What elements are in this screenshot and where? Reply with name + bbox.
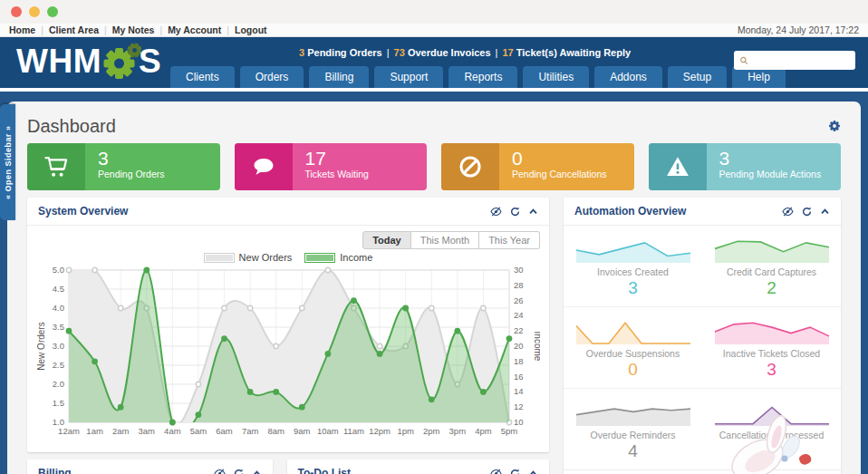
svg-text:24: 24: [514, 310, 524, 320]
automation-stat-label: Overdue Suspensions: [571, 348, 695, 359]
automation-stat-value: 3: [571, 278, 695, 298]
svg-text:12am: 12am: [58, 426, 80, 436]
collapse-panel-chevron-up-icon[interactable]: [820, 207, 830, 217]
stat-value: 17: [305, 149, 369, 169]
svg-text:4.5: 4.5: [53, 284, 64, 294]
automation-stats-grid: Invoices Created 3 Credit Card Captures …: [564, 226, 841, 469]
topbar-link-my-account[interactable]: My Account: [168, 24, 221, 35]
stat-card-pending-module-actions[interactable]: 3 Pending Module Actions: [649, 143, 842, 190]
overdue-suspensions-sparkline: [574, 314, 693, 345]
stat-card-pending-orders[interactable]: 3 Pending Orders: [27, 143, 220, 190]
billing-panel: Billing: [27, 459, 273, 474]
todo-list-panel: To-Do List: [287, 459, 549, 474]
svg-text:2.0: 2.0: [53, 379, 64, 389]
alert-overdue-invoices[interactable]: 73 Overdue Invoices: [394, 47, 491, 58]
topbar-link-client-area[interactable]: Client Area: [49, 24, 99, 35]
panel-title: To-Do List: [298, 467, 351, 474]
logo-text-prefix: WHM: [16, 43, 101, 81]
automation-stat-value: 2: [709, 278, 834, 298]
stat-cards-row: 3 Pending Orders 17 Tickets Waiting: [27, 143, 841, 190]
svg-text:22: 22: [514, 325, 524, 335]
warning-triangle-icon: [664, 154, 691, 179]
svg-text:12pm: 12pm: [369, 426, 391, 436]
svg-text:28: 28: [514, 280, 524, 290]
automation-stat-label: Cancellations Processed: [709, 430, 834, 440]
collapse-panel-chevron-up-icon[interactable]: [528, 207, 538, 217]
nav-tab-utilities[interactable]: Utilities: [523, 66, 589, 88]
range-button-this-month[interactable]: This Month: [411, 231, 479, 249]
automation-stat-invoices-created: Invoices Created 3: [564, 226, 702, 307]
svg-text:1am: 1am: [86, 426, 103, 436]
topbar-link-my-notes[interactable]: My Notes: [112, 24, 155, 35]
alert-pending-orders[interactable]: 3 Pending Orders: [299, 47, 382, 58]
automation-stat-credit-card-captures: Credit Card Captures 2: [702, 226, 841, 307]
system-overview-chart: 1.01.52.02.53.03.54.04.55.01012141618202…: [36, 265, 540, 444]
hide-panel-eye-slash-icon[interactable]: [490, 207, 502, 217]
nav-tab-clients[interactable]: Clients: [170, 66, 235, 88]
automation-stat-value: 3: [709, 360, 834, 380]
inactive-tickets-closed-sparkline: [712, 314, 832, 345]
notification-bar: 3 Pending Orders|73 Overdue Invoices|17 …: [299, 47, 631, 58]
dashboard-content: Dashboard: [7, 102, 861, 474]
nav-tab-reports[interactable]: Reports: [448, 66, 517, 88]
range-button-this-year[interactable]: This Year: [479, 231, 540, 249]
dashboard-settings-gear-icon[interactable]: [828, 120, 841, 132]
svg-text:1.5: 1.5: [53, 398, 64, 408]
window-minimize-button[interactable]: [29, 6, 40, 17]
refresh-panel-icon[interactable]: [510, 207, 520, 217]
open-sidebar-tab[interactable]: « Open Sidebar »: [0, 104, 15, 220]
invoices-created-sparkline: [574, 233, 693, 264]
page-background: « Open Sidebar » Dashboard: [0, 92, 868, 474]
svg-text:8am: 8am: [267, 426, 285, 436]
stat-card-tickets-waiting[interactable]: 17 Tickets Waiting: [235, 143, 428, 190]
svg-text:New Orders: New Orders: [36, 322, 46, 370]
svg-text:10am: 10am: [317, 426, 339, 436]
window-zoom-button[interactable]: [47, 6, 58, 17]
svg-text:Income: Income: [533, 332, 540, 362]
collapse-panel-chevron-up-icon[interactable]: [252, 469, 262, 474]
search-icon: [739, 55, 749, 66]
stat-card-pending-cancellations[interactable]: 0 Pending Cancellations: [441, 143, 634, 190]
nav-tab-support[interactable]: Support: [374, 66, 443, 88]
automation-stat-label: Credit Card Captures: [709, 266, 834, 277]
svg-text:30: 30: [514, 265, 524, 275]
ban-icon: [458, 154, 483, 179]
panel-title: Automation Overview: [574, 205, 686, 218]
panel-title: Billing: [38, 467, 72, 474]
alert-tickets-awaiting-reply[interactable]: 17 Ticket(s) Awaiting Reply: [502, 47, 631, 58]
nav-tab-orders[interactable]: Orders: [240, 66, 304, 88]
refresh-panel-icon[interactable]: [510, 469, 520, 474]
automation-overview-panel: Automation Overview Invoices Created: [564, 198, 841, 474]
hide-panel-eye-slash-icon[interactable]: [782, 207, 794, 217]
separator: |: [387, 47, 390, 58]
svg-text:11am: 11am: [343, 426, 364, 436]
topbar-link-logout[interactable]: Logout: [235, 24, 267, 35]
svg-text:2am: 2am: [112, 426, 130, 436]
refresh-panel-icon[interactable]: [802, 207, 812, 217]
svg-text:2.5: 2.5: [53, 360, 64, 370]
hide-panel-eye-slash-icon[interactable]: [214, 469, 226, 474]
hide-panel-eye-slash-icon[interactable]: [490, 469, 502, 474]
svg-text:5am: 5am: [190, 426, 207, 436]
collapse-panel-chevron-up-icon[interactable]: [528, 469, 538, 474]
range-button-today[interactable]: Today: [362, 231, 411, 249]
whmcs-admin-window: Home | Client Area | My Notes | My Accou…: [0, 0, 868, 474]
svg-text:3.5: 3.5: [53, 322, 64, 332]
separator: |: [159, 24, 162, 35]
nav-tab-addons[interactable]: Addons: [594, 66, 662, 88]
whmcs-logo[interactable]: WHM S: [16, 43, 161, 81]
refresh-panel-icon[interactable]: [234, 469, 244, 474]
search-input[interactable]: [753, 55, 850, 66]
automation-stat-value: 0: [709, 441, 834, 461]
svg-text:18: 18: [514, 356, 524, 366]
stat-label: Pending Orders: [98, 169, 165, 179]
window-close-button[interactable]: [11, 6, 22, 17]
automation-stat-cancellations-processed: Cancellations Processed 0: [702, 389, 841, 469]
svg-text:5.0: 5.0: [53, 265, 64, 275]
topbar-link-home[interactable]: Home: [9, 24, 35, 35]
automation-footer: Last Automation Run: Never NEEDS ATTENTI…: [564, 469, 841, 474]
separator: |: [41, 24, 43, 35]
nav-tab-billing[interactable]: Billing: [309, 66, 369, 88]
svg-text:1pm: 1pm: [397, 426, 414, 436]
nav-tab-setup[interactable]: Setup: [668, 66, 727, 88]
